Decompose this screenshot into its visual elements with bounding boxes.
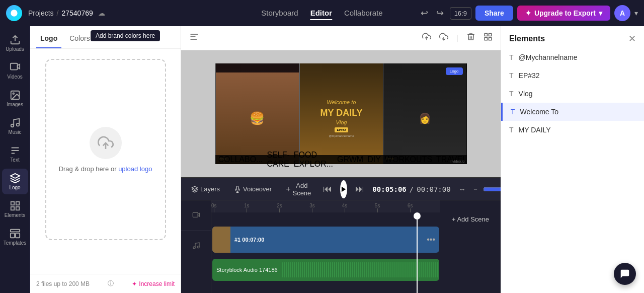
voiceover-button[interactable]: Voiceover [230, 183, 276, 195]
svg-rect-7 [16, 202, 19, 205]
playhead-handle[interactable] [414, 212, 421, 219]
audio-track-label: Storyblock Audio 174186 [212, 267, 282, 273]
video-track: #1 00:07:00 ••• [211, 225, 440, 255]
svg-rect-20 [489, 33, 492, 36]
right-panel-title: Elements [509, 34, 545, 43]
total-time: 00:07:00 [417, 185, 450, 193]
download-toolbar-icon[interactable] [437, 30, 450, 46]
element-label: @Mychannelname [519, 53, 578, 61]
sidebar: Uploads Videos Images Music Text Logo [0, 26, 30, 293]
sidebar-item-logo[interactable]: Logo [2, 169, 28, 194]
toolbar-divider: | [456, 34, 458, 43]
preview-video: TRAVEL FOOD EXPLORATION WORKOUTS GRWM DI… [215, 63, 467, 164]
next-button[interactable]: ⏭ [353, 182, 366, 196]
zoom-controls: ↔ － ＋ [457, 183, 501, 196]
tab-colors[interactable]: Colors [65, 32, 94, 48]
templates-icon [10, 228, 21, 239]
track-side-audio [181, 231, 211, 261]
projects-link[interactable]: Projects [28, 9, 54, 17]
playhead[interactable] [417, 212, 418, 293]
elements-icon [10, 200, 21, 211]
timeline-content: 0s 1s 2s 3s 4s 5s 6s [181, 200, 501, 293]
nav-collaborate[interactable]: Collaborate [344, 7, 383, 20]
zoom-out-icon[interactable]: － [470, 183, 481, 196]
close-panel-button[interactable]: ✕ [628, 33, 636, 44]
logo-icon [10, 173, 21, 184]
align-icon-button[interactable] [187, 30, 201, 46]
add-scene-timeline-button[interactable]: + Add Scene [452, 215, 489, 223]
sidebar-item-elements[interactable]: Elements [2, 196, 28, 222]
preview-col-2: Welcome to MY DAILY Vlog EP#32 @mychanne… [299, 63, 383, 164]
avatar[interactable]: A [614, 5, 630, 21]
panel-tabs: Logo Colors Add brand colors here [30, 26, 181, 49]
add-scene-col: + Add Scene [440, 200, 501, 293]
sidebar-item-videos[interactable]: Videos [2, 58, 28, 84]
add-scene-button[interactable]: + Add Scene [282, 180, 315, 199]
export-button[interactable]: ✦ Upgrade to Export ▾ [517, 6, 610, 21]
brand-colors-tooltip: Add brand colors here [91, 30, 160, 41]
audio-track: Storyblock Audio 174186 [211, 255, 440, 285]
music-icon [10, 117, 21, 128]
element-item-welcometo[interactable]: T Welcome To [501, 103, 644, 121]
layers-button[interactable]: Layers [187, 183, 224, 195]
svg-rect-12 [15, 233, 19, 238]
element-item-ep32[interactable]: T EP#32 [501, 66, 644, 85]
svg-rect-22 [489, 38, 492, 40]
upload-link[interactable]: upload logo [118, 165, 152, 173]
avatar-chevron[interactable]: ▾ [634, 9, 638, 17]
element-item-mydaily[interactable]: T MY DAILY [501, 121, 644, 139]
preview-col-1: 🍔 Shrub [215, 63, 299, 164]
upload-icon [10, 34, 21, 45]
nav-editor[interactable]: Editor [310, 7, 332, 20]
element-item-channelname[interactable]: T @Mychannelname [501, 48, 644, 66]
timeline: Layers Voiceover + Add Scene ⏮ ⏭ 00:05: [181, 177, 501, 293]
delete-toolbar-icon[interactable] [464, 30, 477, 46]
text-type-icon-5: T [509, 126, 514, 134]
upload-text: Drag & drop here or upload logo [59, 165, 152, 173]
project-id: 27540769 [61, 9, 93, 17]
text-icon [10, 145, 21, 156]
text-type-icon-2: T [509, 71, 514, 80]
sidebar-item-uploads[interactable]: Uploads [2, 30, 28, 56]
svg-point-3 [13, 93, 14, 94]
element-item-vlog[interactable]: T Vlog [501, 85, 644, 103]
video-icon [10, 62, 21, 73]
element-label-5: MY DAILY [519, 126, 551, 134]
upload-cloud-icon [90, 127, 122, 159]
undo-button[interactable]: ↩ [419, 6, 430, 21]
tab-logo[interactable]: Logo [36, 32, 61, 48]
logo-panel: Logo Colors Add brand colors here Drag &… [30, 26, 181, 293]
info-icon[interactable]: ⓘ [108, 279, 114, 288]
timeline-ruler: 0s 1s 2s 3s 4s 5s 6s [211, 200, 440, 212]
sidebar-item-music[interactable]: Music [2, 113, 28, 139]
share-button[interactable]: Share [475, 6, 513, 21]
increase-limit-button[interactable]: ✦ Increase limit [132, 280, 175, 287]
chat-bubble[interactable] [614, 263, 636, 285]
upload-area[interactable]: Drag & drop here or upload logo [45, 59, 166, 240]
track-options-icon[interactable]: ••• [427, 235, 435, 244]
grid-toolbar-icon[interactable] [481, 30, 495, 46]
audio-track-bar[interactable]: Storyblock Audio 174186 [212, 259, 439, 281]
preview-title: MY DAILY [320, 108, 362, 117]
header-actions: ↩ ↪ 16:9 Share ✦ Upgrade to Export ▾ A ▾ [419, 5, 638, 21]
breadcrumb: Projects / 27540769 ☁ [28, 9, 105, 17]
sidebar-item-images[interactable]: Images [2, 86, 28, 111]
ratio-button[interactable]: 16:9 [450, 7, 471, 20]
upload-toolbar-icon[interactable] [420, 30, 433, 46]
zoom-slider[interactable] [483, 185, 501, 193]
sidebar-item-templates[interactable]: Templates [2, 224, 28, 250]
redo-button[interactable]: ↪ [434, 6, 446, 21]
zoom-fit-icon[interactable]: ↔ [457, 183, 468, 195]
sparkle-icon: ✦ [132, 280, 137, 287]
text-type-icon-4: T [511, 108, 515, 116]
sidebar-item-text[interactable]: Text [2, 141, 28, 167]
video-track-bar[interactable]: #1 00:07:00 ••• [212, 227, 439, 253]
main: Uploads Videos Images Music Text Logo [0, 26, 644, 293]
element-label-2: EP#32 [519, 71, 540, 80]
svg-rect-10 [10, 230, 19, 232]
wand-icon: ✦ [525, 9, 531, 17]
nav-storyboard[interactable]: Storyboard [261, 7, 298, 20]
audio-waveform [282, 262, 439, 277]
prev-button[interactable]: ⏮ [321, 182, 334, 196]
play-button[interactable] [340, 180, 347, 198]
